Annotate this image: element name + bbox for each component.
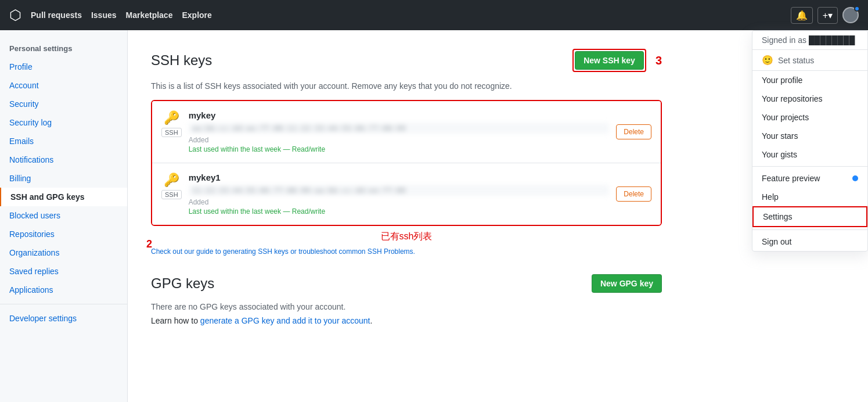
sidebar-item-security-log[interactable]: Security log (0, 113, 127, 132)
dropdown-sign-out[interactable]: Sign out (752, 232, 867, 251)
new-item-button[interactable]: +▾ (817, 7, 838, 24)
key-icon-wrap-1: 🔑 SSH (161, 110, 182, 137)
key-fingerprint-2: 11:22:33:44:55:66:77:88:99:aa:bb:cc:dd:e… (189, 185, 610, 196)
new-gpg-key-button[interactable]: New GPG key (592, 274, 662, 293)
dropdown-your-stars[interactable]: Your stars (752, 127, 867, 145)
dropdown-signed-in-label: Signed in as (762, 35, 806, 45)
key-icon-1: 🔑 (164, 110, 179, 125)
sidebar-divider (0, 304, 127, 304)
sidebar-item-organizations[interactable]: Organizations (0, 243, 127, 262)
set-status-label: Set status (778, 56, 814, 65)
github-logo: ⬡ (9, 7, 21, 23)
feature-preview-label: Feature preview (762, 174, 820, 183)
ssh-key-item-1: 🔑 SSH mykey aa:bb:cc:dd:ee:ff:00:11:22:3… (152, 101, 661, 163)
delete-key-button-1[interactable]: Delete (616, 124, 651, 139)
ssh-keys-container: 🔑 SSH mykey aa:bb:cc:dd:ee:ff:00:11:22:3… (151, 100, 662, 226)
smiley-icon: 🙂 (762, 55, 773, 66)
dropdown-your-repositories[interactable]: Your repositories (752, 89, 867, 108)
key-tag-1: SSH (161, 128, 182, 137)
sidebar-item-notifications[interactable]: Notifications (0, 150, 127, 169)
dropdown-signed-in: Signed in as ████████ (752, 31, 867, 50)
key-info-1: mykey aa:bb:cc:dd:ee:ff:00:11:22:33:44:5… (189, 110, 610, 153)
key-fingerprint-1: aa:bb:cc:dd:ee:ff:00:11:22:33:44:55:66:7… (189, 123, 610, 134)
sidebar: Personal settings Profile Account Securi… (0, 30, 128, 402)
dropdown-settings[interactable]: Settings (752, 206, 867, 227)
gpg-learn-prefix: Learn how to (151, 316, 200, 325)
nav-explore[interactable]: Explore (182, 10, 211, 20)
notification-button[interactable]: 🔔 (791, 7, 813, 24)
key-info-2: mykey1 11:22:33:44:55:66:77:88:99:aa:bb:… (189, 173, 610, 216)
key-added-2: Added (189, 198, 610, 206)
feature-preview-dot (852, 175, 858, 181)
dropdown-divider-2 (752, 229, 867, 230)
new-ssh-key-button-wrapper: New SSH key (572, 49, 646, 72)
key-added-1: Added (189, 136, 610, 144)
dropdown-set-status[interactable]: 🙂 Set status (752, 50, 867, 71)
ssh-section-title: SSH keys (151, 52, 212, 69)
dropdown-divider-1 (752, 166, 867, 167)
key-icon-wrap-2: 🔑 SSH (161, 173, 182, 199)
sidebar-section-title: Personal settings (0, 40, 127, 58)
notification-dot (854, 6, 860, 12)
plus-icon: +▾ (823, 10, 833, 21)
gpg-description: There are no GPG keys associated with yo… (151, 302, 662, 311)
sidebar-item-blocked-users[interactable]: Blocked users (0, 206, 127, 225)
gpg-learn-suffix: . (370, 316, 372, 325)
nav-links: Pull requests Issues Marketplace Explore (31, 10, 212, 20)
dropdown-your-projects[interactable]: Your projects (752, 108, 867, 127)
nav-pull-requests[interactable]: Pull requests (31, 10, 82, 20)
sidebar-item-ssh-gpg[interactable]: SSH and GPG keys (0, 188, 127, 206)
annotation-3: 3 (655, 54, 662, 67)
main-wrapper: Personal settings Profile Account Securi… (0, 30, 868, 402)
key-usage-2: Last used within the last week — Read/wr… (189, 207, 610, 216)
sidebar-item-security[interactable]: Security (0, 95, 127, 113)
delete-key-button-2[interactable]: Delete (616, 186, 651, 202)
key-name-2: mykey1 (189, 173, 610, 182)
ssh-guide-link: Check out our guide to generating SSH ke… (151, 247, 662, 256)
gpg-section-header: GPG keys New GPG key (151, 274, 662, 293)
key-icon-2: 🔑 (164, 173, 179, 188)
dropdown-your-profile[interactable]: Your profile (752, 71, 867, 89)
gpg-learn-link[interactable]: generate a GPG key and add it to your ac… (200, 316, 370, 325)
sidebar-item-emails[interactable]: Emails (0, 132, 127, 150)
chinese-annotation: 已有ssh列表 (151, 231, 662, 243)
gpg-section-title: GPG keys (151, 275, 214, 292)
gpg-section: GPG keys New GPG key There are no GPG ke… (151, 274, 662, 325)
nav-marketplace[interactable]: Marketplace (126, 10, 173, 20)
key-name-1: mykey (189, 110, 610, 120)
user-dropdown: Signed in as ████████ 🙂 Set status Your … (752, 30, 868, 252)
ssh-key-item-2: 🔑 SSH mykey1 11:22:33:44:55:66:77:88:99:… (152, 163, 661, 225)
top-navigation: ⬡ Pull requests Issues Marketplace Explo… (0, 0, 868, 30)
ssh-section-header: SSH keys New SSH key 3 (151, 49, 662, 72)
avatar-wrapper[interactable] (842, 7, 859, 23)
ssh-guide-anchor[interactable]: Check out our guide to generating SSH ke… (151, 247, 415, 256)
new-ssh-key-button[interactable]: New SSH key (575, 51, 644, 70)
dropdown-username: ████████ (809, 35, 855, 45)
dropdown-your-gists[interactable]: Your gists (752, 145, 867, 164)
dropdown-feature-preview[interactable]: Feature preview (752, 169, 867, 188)
annotation-2: 2 (146, 238, 152, 250)
nav-right-area: 🔔 +▾ (791, 7, 859, 24)
nav-issues[interactable]: Issues (91, 10, 117, 20)
sidebar-item-saved-replies[interactable]: Saved replies (0, 262, 127, 281)
ssh-section-description: This is a list of SSH keys associated wi… (151, 81, 662, 91)
sidebar-item-developer-settings[interactable]: Developer settings (0, 309, 127, 328)
sidebar-item-profile[interactable]: Profile (0, 58, 127, 76)
sidebar-item-account[interactable]: Account (0, 76, 127, 95)
key-usage-1: Last used within the last week — Read/wr… (189, 145, 610, 153)
gpg-learn-text: Learn how to generate a GPG key and add … (151, 316, 662, 325)
sidebar-item-applications[interactable]: Applications (0, 281, 127, 299)
notification-icon: 🔔 (796, 10, 808, 21)
main-content: SSH keys New SSH key 3 This is a list of… (128, 30, 685, 402)
key-tag-2: SSH (161, 190, 182, 199)
dropdown-help[interactable]: Help (752, 188, 867, 206)
sidebar-item-repositories[interactable]: Repositories (0, 225, 127, 243)
sidebar-item-billing[interactable]: Billing (0, 169, 127, 188)
